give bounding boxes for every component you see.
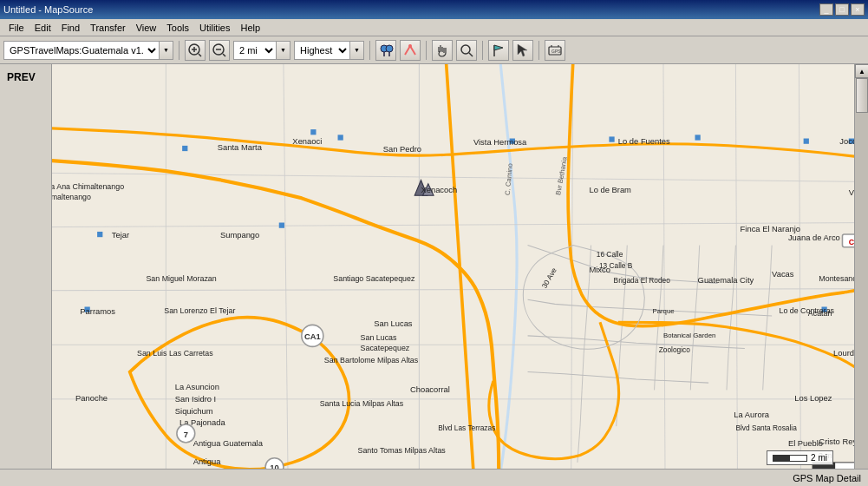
zoom-level-dropdown-wrap: 2 mi 5 mi 10 mi ▼	[233, 41, 290, 60]
flag-icon	[491, 43, 506, 58]
map-source-dropdown-wrap: GPSTravelMaps:Guatemala v1.5 Routable ▼	[3, 41, 173, 60]
scale-indicator: 2 mi	[767, 450, 833, 465]
menu-transfer[interactable]: Transfer	[85, 21, 131, 35]
svg-line-13	[469, 53, 473, 56]
hand-tool-button[interactable]	[432, 40, 453, 61]
route-icon	[402, 43, 418, 58]
zoom-select-button[interactable]	[456, 40, 477, 61]
svg-text:San Miguel Morazan: San Miguel Morazan	[146, 274, 216, 283]
svg-text:Xenaoci: Xenaoci	[292, 137, 322, 146]
svg-text:Santa Lucia Milpas Altas: Santa Lucia Milpas Altas	[320, 399, 404, 408]
svg-text:Vuelta Grande: Vuelta Grande	[849, 188, 854, 197]
svg-point-12	[461, 45, 470, 54]
scroll-up-button[interactable]: ▲	[855, 64, 868, 78]
svg-text:El Pueblo: El Pueblo	[788, 439, 823, 448]
sep4	[482, 41, 483, 60]
route-button[interactable]	[400, 40, 421, 61]
svg-text:Lo de Fuentes: Lo de Fuentes	[618, 137, 670, 146]
svg-point-9	[386, 45, 393, 52]
map-source-select[interactable]: GPSTravelMaps:Guatemala v1.5 Routable	[3, 41, 160, 60]
svg-text:Vacas: Vacas	[772, 270, 794, 279]
svg-text:San Lucas: San Lucas	[361, 333, 397, 342]
svg-rect-43	[97, 232, 102, 237]
svg-text:Parque: Parque	[652, 307, 674, 315]
quality-dropdown-wrap: Highest High Medium Low ▼	[294, 41, 364, 60]
gps-button[interactable]: GPS	[545, 40, 565, 61]
svg-rect-37	[609, 136, 614, 141]
svg-text:Lo de Contreras: Lo de Contreras	[779, 306, 834, 315]
svg-text:Santa Marta: Santa Marta	[218, 143, 263, 152]
svg-text:Brigada El Rodeo: Brigada El Rodeo	[614, 276, 671, 285]
svg-text:Los Lopez: Los Lopez	[794, 394, 832, 403]
svg-text:San Bartolome Milpas Altas: San Bartolome Milpas Altas	[324, 356, 419, 364]
svg-rect-35	[338, 135, 343, 140]
svg-line-3	[199, 54, 201, 56]
svg-marker-16	[518, 44, 527, 56]
maximize-button[interactable]: □	[835, 3, 849, 16]
menu-edit[interactable]: Edit	[29, 21, 56, 35]
menu-tools[interactable]: Tools	[161, 21, 194, 35]
map-source-dropdown-arrow[interactable]: ▼	[160, 41, 173, 60]
zoom-select-icon	[459, 43, 474, 58]
svg-text:Chimaltenango: Chimaltenango	[52, 193, 91, 201]
svg-text:Sumpango: Sumpango	[220, 231, 259, 240]
svg-text:7: 7	[184, 430, 188, 439]
svg-text:Botanical Garden: Botanical Garden	[663, 332, 715, 339]
svg-text:San Isidro I: San Isidro I	[175, 395, 216, 404]
map-container[interactable]: Santa Marta Xenaoci San Pedro Vista Herm…	[52, 64, 854, 486]
map-svg: Santa Marta Xenaoci San Pedro Vista Herm…	[52, 64, 854, 486]
zoom-in-button[interactable]	[185, 40, 206, 61]
svg-text:Blvd Santa Rosalia: Blvd Santa Rosalia	[735, 424, 797, 432]
menu-utilities[interactable]: Utilities	[194, 21, 235, 35]
svg-text:Blvd Las Terrazas: Blvd Las Terrazas	[438, 424, 495, 432]
svg-text:CA-9: CA-9	[849, 238, 854, 246]
vertical-scrollbar: ▲ ▼	[854, 64, 868, 486]
svg-text:Antigua: Antigua	[193, 457, 222, 466]
scale-bar-fill	[773, 456, 790, 461]
svg-line-6	[223, 54, 225, 56]
svg-text:Antigua Guatemala: Antigua Guatemala	[193, 439, 264, 448]
main-area: PREV	[0, 64, 868, 486]
zoom-level-select[interactable]: 2 mi 5 mi 10 mi	[233, 41, 277, 60]
svg-rect-34	[182, 146, 187, 151]
menu-view[interactable]: View	[131, 21, 162, 35]
svg-text:Choacorral: Choacorral	[410, 385, 450, 394]
zoom-out-icon	[212, 43, 227, 58]
gps-map-detail-label: GPS Map Detail	[793, 473, 861, 483]
app-title: Untitled - MapSource	[3, 4, 93, 15]
close-button[interactable]: ×	[851, 3, 865, 16]
toolbar: GPSTravelMaps:Guatemala v1.5 Routable ▼ …	[0, 36, 868, 64]
svg-text:Panoche: Panoche	[75, 394, 108, 403]
svg-text:Finca El Naranjo: Finca El Naranjo	[741, 225, 800, 233]
titlebar: Untitled - MapSource _ □ ×	[0, 0, 868, 19]
hand-icon	[434, 43, 450, 58]
scale-label: 2 mi	[811, 453, 827, 463]
menu-file[interactable]: File	[3, 21, 29, 35]
menu-help[interactable]: Help	[235, 21, 265, 35]
prev-button[interactable]: PREV	[3, 68, 48, 87]
sep3	[426, 41, 427, 60]
svg-text:Zoologico: Zoologico	[659, 345, 690, 354]
svg-text:San Lorenzo El Tejar: San Lorenzo El Tejar	[164, 306, 235, 315]
svg-text:Guatemala City: Guatemala City	[698, 276, 754, 285]
svg-point-11	[408, 44, 412, 48]
svg-text:Lourdes: Lourdes	[833, 349, 854, 358]
add-waypoint-button[interactable]	[375, 40, 396, 61]
svg-text:San Luis Las Carretas: San Luis Las Carretas	[137, 349, 213, 358]
svg-text:Vista Hermosa: Vista Hermosa	[473, 138, 527, 147]
menu-find[interactable]: Find	[56, 21, 85, 35]
cursor-button[interactable]	[512, 40, 533, 61]
minimize-button[interactable]: _	[819, 3, 833, 16]
scroll-thumb[interactable]	[856, 78, 868, 113]
svg-text:CA1: CA1	[304, 332, 321, 341]
flag-button[interactable]	[488, 40, 509, 61]
svg-text:Tejar: Tejar	[112, 231, 129, 240]
svg-text:13 Calle B: 13 Calle B	[599, 261, 633, 270]
left-panel: PREV	[0, 64, 52, 486]
scroll-track[interactable]	[855, 78, 868, 472]
quality-select[interactable]: Highest High Medium Low	[294, 41, 350, 60]
svg-text:Jocotales: Jocotales	[839, 137, 854, 146]
quality-arrow[interactable]: ▼	[350, 41, 364, 60]
zoom-out-button[interactable]	[209, 40, 230, 61]
zoom-level-arrow[interactable]: ▼	[277, 41, 290, 60]
